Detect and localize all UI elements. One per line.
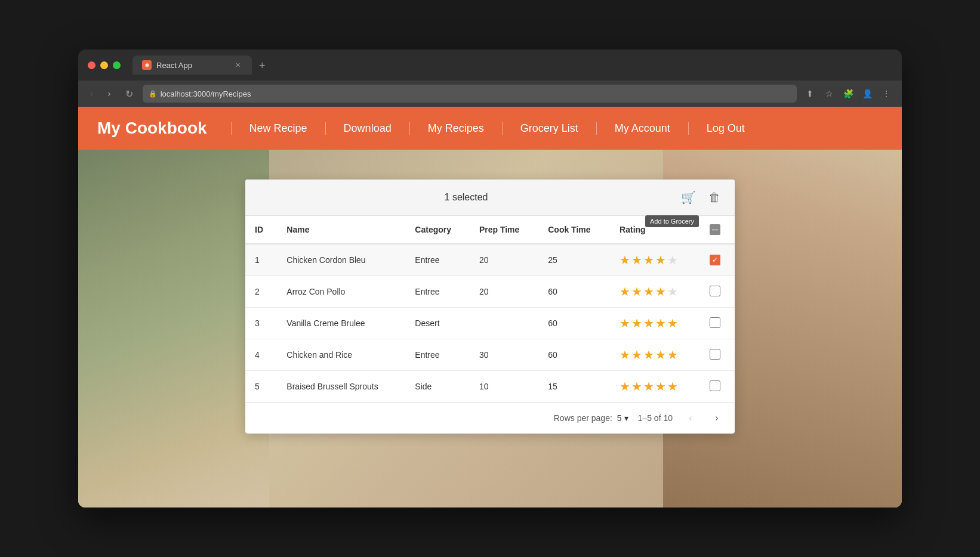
- star-rating: ★★★★★: [620, 253, 691, 267]
- cell-checkbox[interactable]: [700, 371, 735, 403]
- col-header-cook-time: Cook Time: [538, 216, 610, 244]
- back-button[interactable]: ‹: [85, 86, 98, 101]
- reload-button[interactable]: ↻: [121, 86, 138, 102]
- nav-grocery-list[interactable]: Grocery List: [502, 122, 596, 135]
- star-filled-icon[interactable]: ★: [667, 348, 678, 362]
- cell-prep-time: 20: [470, 276, 538, 308]
- nav-my-account[interactable]: My Account: [596, 122, 688, 135]
- star-filled-icon[interactable]: ★: [667, 316, 678, 330]
- cell-name: Arroz Con Pollo: [277, 276, 405, 308]
- extensions-icon[interactable]: 🧩: [840, 85, 856, 102]
- star-filled-icon[interactable]: ★: [631, 379, 642, 394]
- cell-rating: ★★★★★: [610, 276, 700, 308]
- tab-close-button[interactable]: ✕: [233, 60, 242, 70]
- star-filled-icon[interactable]: ★: [631, 348, 642, 362]
- nav-download[interactable]: Download: [325, 122, 409, 135]
- rows-per-page-dropdown-icon: ▾: [624, 413, 628, 423]
- forward-button[interactable]: ›: [103, 86, 115, 101]
- nav-new-recipe[interactable]: New Recipe: [231, 122, 325, 135]
- star-filled-icon[interactable]: ★: [667, 379, 678, 394]
- cell-cook-time: 60: [538, 276, 610, 308]
- star-filled-icon[interactable]: ★: [655, 316, 666, 330]
- add-to-grocery-button[interactable]: 🛒 Add to Grocery: [677, 187, 699, 208]
- star-rating: ★★★★★: [620, 348, 691, 362]
- cell-name: Chicken Cordon Bleu: [277, 244, 405, 276]
- col-header-name: Name: [277, 216, 405, 244]
- lock-icon: 🔒: [149, 90, 157, 98]
- cell-category: Desert: [405, 308, 470, 339]
- star-filled-icon[interactable]: ★: [643, 284, 654, 299]
- row-checkbox[interactable]: [710, 317, 720, 328]
- close-window-button[interactable]: [88, 61, 95, 69]
- browser-toolbar: ‹ › ↻ 🔒 localhost:3000/myRecipes ⬆ ☆ 🧩 👤…: [78, 81, 902, 107]
- row-checkbox[interactable]: [710, 349, 720, 360]
- rows-per-page-container: Rows per page: 5 ▾: [554, 413, 628, 423]
- table-footer: Rows per page: 5 ▾ 1–5 of 10 ‹ ›: [245, 402, 735, 434]
- recipe-table-container: 1 selected 🛒 Add to Grocery 🗑 ID: [245, 180, 735, 434]
- new-tab-button[interactable]: +: [252, 57, 273, 75]
- cell-prep-time: 30: [470, 339, 538, 371]
- cell-rating: ★★★★★: [610, 244, 700, 276]
- table-actions: 🛒 Add to Grocery 🗑: [677, 187, 725, 208]
- star-filled-icon[interactable]: ★: [620, 316, 630, 330]
- browser-tab-active[interactable]: ⚛ React App ✕: [132, 55, 252, 75]
- star-filled-icon[interactable]: ★: [643, 379, 654, 394]
- star-filled-icon[interactable]: ★: [631, 316, 642, 330]
- star-filled-icon[interactable]: ★: [655, 253, 666, 267]
- brand-logo[interactable]: My Cookbook: [97, 119, 207, 138]
- delete-button[interactable]: 🗑: [704, 187, 725, 208]
- star-filled-icon[interactable]: ★: [620, 284, 630, 299]
- cell-category: Entree: [405, 244, 470, 276]
- star-filled-icon[interactable]: ★: [620, 379, 630, 394]
- star-filled-icon[interactable]: ★: [631, 284, 642, 299]
- browser-titlebar: ⚛ React App ✕ +: [78, 49, 902, 81]
- row-checkbox[interactable]: [710, 286, 720, 296]
- star-filled-icon[interactable]: ★: [655, 379, 666, 394]
- nav-log-out[interactable]: Log Out: [688, 122, 763, 135]
- add-to-grocery-tooltip: Add to Grocery: [645, 215, 699, 227]
- nav-my-recipes[interactable]: My Recipes: [409, 122, 502, 135]
- star-filled-icon[interactable]: ★: [655, 348, 666, 362]
- star-filled-icon[interactable]: ★: [643, 253, 654, 267]
- star-filled-icon[interactable]: ★: [620, 348, 630, 362]
- star-empty-icon[interactable]: ★: [667, 253, 678, 267]
- star-empty-icon[interactable]: ★: [667, 284, 678, 299]
- cell-name: Vanilla Creme Brulee: [277, 308, 405, 339]
- cell-prep-time: 20: [470, 244, 538, 276]
- cell-checkbox[interactable]: [700, 339, 735, 371]
- cell-checkbox[interactable]: [700, 308, 735, 339]
- minimize-window-button[interactable]: [100, 61, 108, 69]
- navbar-nav: New Recipe Download My Recipes Grocery L…: [231, 122, 883, 135]
- cell-rating: ★★★★★: [610, 308, 700, 339]
- maximize-window-button[interactable]: [113, 61, 121, 69]
- app-content: My Cookbook New Recipe Download My Recip…: [78, 107, 902, 508]
- star-filled-icon[interactable]: ★: [620, 253, 630, 267]
- profile-icon[interactable]: 👤: [859, 85, 876, 102]
- col-header-category: Category: [405, 216, 470, 244]
- select-all-checkbox[interactable]: [710, 224, 720, 235]
- star-filled-icon[interactable]: ★: [643, 348, 654, 362]
- cell-cook-time: 25: [538, 244, 610, 276]
- menu-icon[interactable]: ⋮: [878, 85, 895, 102]
- hero-bg-left: [78, 150, 269, 508]
- tab-favicon: ⚛: [142, 60, 152, 70]
- cell-id: 5: [245, 371, 277, 403]
- cell-checkbox[interactable]: [700, 276, 735, 308]
- star-filled-icon[interactable]: ★: [643, 316, 654, 330]
- pagination-prev-button[interactable]: ‹: [682, 410, 699, 426]
- tab-bar: ⚛ React App ✕ +: [132, 55, 892, 75]
- cell-prep-time: [470, 308, 538, 339]
- cell-checkbox[interactable]: ✓: [700, 244, 735, 276]
- star-bookmark-icon[interactable]: ☆: [821, 85, 837, 102]
- col-header-select-all[interactable]: [700, 216, 735, 244]
- address-bar[interactable]: 🔒 localhost:3000/myRecipes: [143, 85, 797, 103]
- pagination-next-button[interactable]: ›: [708, 410, 725, 426]
- star-filled-icon[interactable]: ★: [631, 253, 642, 267]
- share-icon[interactable]: ⬆: [802, 85, 818, 102]
- checkbox-checked[interactable]: ✓: [710, 255, 720, 265]
- rows-per-page-select[interactable]: 5 ▾: [617, 413, 628, 423]
- star-rating: ★★★★★: [620, 379, 691, 394]
- cell-prep-time: 10: [470, 371, 538, 403]
- row-checkbox[interactable]: [710, 380, 720, 391]
- star-filled-icon[interactable]: ★: [655, 284, 666, 299]
